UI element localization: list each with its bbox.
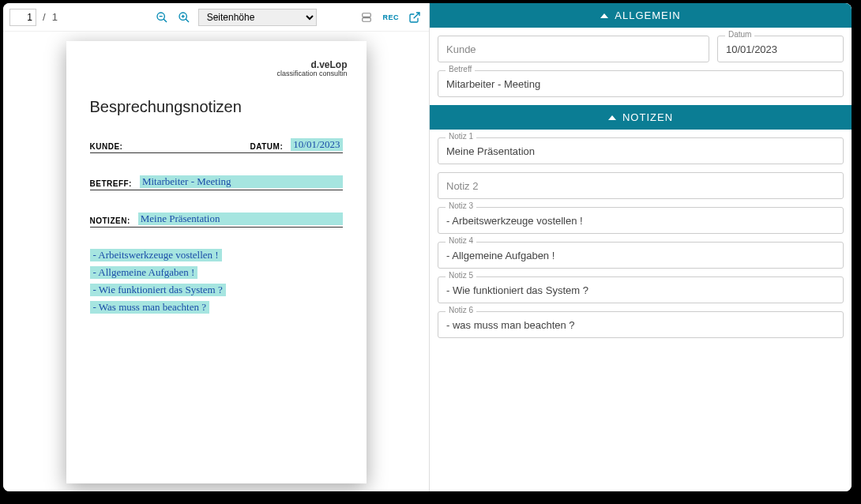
field-notiz-1: Notiz 1	[438, 137, 844, 164]
zoom-out-icon[interactable]	[154, 9, 170, 25]
field-notiz-6: Notiz 6	[438, 311, 844, 338]
field-betreff: Betreff	[438, 70, 844, 97]
notiz-3-input[interactable]	[438, 207, 844, 234]
svg-rect-8	[363, 17, 371, 21]
notizen-value: Meine Präsentation	[138, 213, 343, 225]
kunde-input[interactable]	[438, 36, 709, 62]
notiz-1-input[interactable]	[438, 137, 844, 164]
form-panel: ALLGEMEIN Datum Betreff NOTIZEN	[430, 3, 852, 491]
notiz-5-input[interactable]	[438, 276, 844, 303]
document-page: d.veLop classification consultin Besprec…	[66, 41, 367, 483]
notiz-6-input[interactable]	[438, 311, 844, 338]
zoom-mode-select[interactable]: Seitenhöhe	[198, 9, 317, 26]
note-line: - Allgemeine Aufgaben !	[90, 266, 198, 279]
document-area: d.veLop classification consultin Besprec…	[3, 32, 429, 491]
zoom-in-icon[interactable]	[176, 9, 192, 25]
notiz-4-input[interactable]	[438, 242, 844, 269]
field-label: Notiz 1	[446, 132, 476, 141]
document-logo: d.veLop classification consultin	[276, 60, 347, 78]
svg-line-9	[414, 13, 419, 18]
app-window: / 1 Seitenhöhe REC	[3, 3, 852, 491]
datum-input[interactable]	[717, 36, 844, 62]
note-line: - Was muss man beachten ?	[90, 301, 209, 314]
kunde-label: KUNDE:	[90, 142, 243, 151]
note-line: - Arbeitswerkzeuge vostellen !	[90, 249, 222, 261]
document-notes-list: - Arbeitswerkzeuge vostellen ! - Allgeme…	[90, 246, 343, 316]
doc-row-betreff: BETREFF: Mitarbeiter - Meeting	[90, 175, 343, 190]
svg-line-1	[164, 19, 167, 22]
chevron-up-icon	[608, 115, 616, 120]
viewer-toolbar: / 1 Seitenhöhe REC	[3, 3, 429, 32]
section-header-notizen[interactable]: NOTIZEN	[430, 105, 852, 130]
field-notiz-3: Notiz 3	[438, 207, 844, 234]
note-line: - Wie funktioniert das System ?	[90, 284, 226, 296]
field-label: Notiz 4	[446, 236, 476, 245]
field-label: Notiz 6	[446, 306, 476, 314]
section-header-allgemein[interactable]: ALLGEMEIN	[430, 3, 852, 28]
section-title: ALLGEMEIN	[615, 9, 680, 21]
betreff-input[interactable]	[438, 70, 844, 97]
field-notiz-4: Notiz 4	[438, 242, 844, 269]
field-notiz-2	[438, 172, 844, 199]
svg-rect-7	[363, 13, 371, 17]
page-separator: /	[43, 11, 46, 23]
field-kunde	[438, 36, 709, 62]
betreff-value: Mitarbeiter - Meeting	[140, 175, 343, 188]
field-datum: Datum	[717, 36, 844, 62]
rec-badge: REC	[382, 13, 399, 21]
field-notiz-5: Notiz 5	[438, 276, 844, 303]
datum-label: DATUM:	[250, 142, 284, 151]
field-label: Datum	[725, 30, 754, 39]
notizen-label: NOTIZEN:	[90, 216, 130, 225]
field-label: Notiz 3	[446, 201, 476, 210]
section-body-allgemein: Datum Betreff	[430, 28, 852, 105]
datum-value: 10/01/2023	[291, 138, 342, 151]
chevron-up-icon	[600, 13, 608, 18]
document-viewer-panel: / 1 Seitenhöhe REC	[3, 3, 430, 491]
layout-icon[interactable]	[359, 9, 374, 25]
svg-line-4	[186, 19, 189, 22]
document-title: Besprechungsnotizen	[90, 98, 343, 116]
open-external-icon[interactable]	[407, 9, 423, 25]
doc-row-kunde-datum: KUNDE: DATUM: 10/01/2023	[90, 138, 343, 153]
field-label: Notiz 5	[446, 271, 476, 280]
field-label: Betreff	[446, 65, 475, 73]
page-total: 1	[52, 11, 58, 23]
notiz-2-input[interactable]	[438, 172, 844, 199]
page-number-input[interactable]	[9, 9, 36, 26]
section-body-notizen: Notiz 1 Notiz 3 Notiz 4 Notiz 5 Notiz 6	[430, 130, 852, 346]
section-title: NOTIZEN	[622, 111, 673, 123]
doc-row-notizen: NOTIZEN: Meine Präsentation	[90, 213, 343, 228]
betreff-label: BETREFF:	[90, 179, 132, 188]
